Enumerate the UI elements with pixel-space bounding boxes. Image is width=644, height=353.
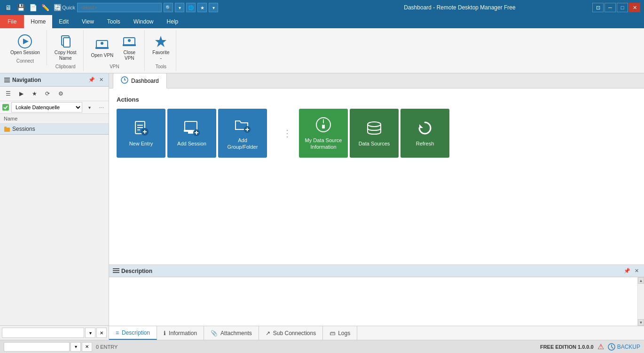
backup-icon — [608, 343, 615, 351]
datasource-dropdown-btn[interactable]: ▾ — [84, 102, 94, 112]
description-title: Description — [113, 268, 152, 274]
bottom-tabs: ≡ Description ℹ Information 📎 Attachment… — [109, 326, 644, 340]
status-backup-btn[interactable]: BACKUP — [608, 343, 640, 351]
datasource-select[interactable]: Lokale Datenquelle — [11, 102, 82, 112]
description-header: Description 📌 ✕ — [109, 265, 644, 277]
sessions-folder-icon — [4, 126, 10, 132]
description-scrollbar: ▲ ▼ — [637, 277, 644, 326]
favorite-label: Favorite- — [152, 50, 169, 61]
edit-icon[interactable]: ✏️ — [40, 3, 50, 12]
new-entry-label: New Entry — [129, 140, 153, 147]
nav-header-controls: 📌 ✕ — [88, 76, 105, 84]
refresh-icon[interactable]: 🔄 — [53, 3, 62, 12]
refresh-icon — [416, 120, 433, 136]
svg-point-6 — [101, 42, 103, 45]
add-session-btn[interactable]: Add Session — [167, 109, 216, 158]
tab-sub-connections[interactable]: ↗ Sub Connections — [259, 326, 323, 340]
nav-star-btn[interactable]: ★ — [28, 88, 40, 99]
title-bar-left-icons: 🖥 💾 📄 ✏️ 🔄 — [4, 3, 62, 12]
tab-home[interactable]: Home — [24, 15, 52, 28]
tab-help[interactable]: Help — [160, 15, 185, 28]
nav-datasource-bar: Lokale Datenquelle ▾ ⋯ — [0, 101, 109, 114]
nav-search-dropdown-btn[interactable]: ▾ — [85, 328, 95, 338]
tab-view[interactable]: View — [75, 15, 101, 28]
nav-search-input[interactable] — [2, 328, 84, 338]
tab-description[interactable]: ≡ Description — [109, 326, 157, 340]
tab-attachments[interactable]: 📎 Attachments — [204, 326, 259, 340]
actions-grid: New Entry Add Session AddGro — [117, 109, 636, 158]
status-edition: FREE EDITION 1.0.0.0 — [540, 344, 594, 350]
desc-pin-icon[interactable]: 📌 — [623, 267, 631, 275]
close-btn[interactable]: ✕ — [629, 3, 640, 12]
attachments-tab-icon: 📎 — [211, 330, 218, 337]
close-vpn-label: CloseVPN — [124, 50, 136, 61]
add-group-btn[interactable]: AddGroup/Folder — [218, 109, 267, 158]
logs-tab-label: Logs — [338, 330, 350, 337]
window-title: Dashboard - Remote Desktop Manager Free — [327, 4, 592, 11]
nav-settings-btn[interactable]: ⚙ — [55, 88, 67, 99]
navigation-panel: Navigation 📌 ✕ ☰ ▶ ★ ⟳ ⚙ Lokale Datenque… — [0, 73, 109, 340]
status-clear-btn[interactable]: ✕ — [82, 342, 92, 352]
pin-icon[interactable]: 📌 — [88, 76, 95, 84]
quick-dropdown-btn[interactable]: ▾ — [175, 3, 184, 12]
svg-rect-14 — [2, 104, 9, 111]
close-vpn-btn[interactable]: CloseVPN — [118, 32, 141, 63]
datasource-more-btn[interactable]: ⋯ — [96, 102, 107, 112]
status-dropdown-btn[interactable]: ▾ — [71, 342, 81, 352]
open-vpn-btn[interactable]: Open VPN — [88, 35, 117, 60]
open-session-icon — [17, 34, 32, 49]
tab-tools[interactable]: Tools — [101, 15, 127, 28]
new-entry-btn[interactable]: New Entry — [117, 109, 165, 158]
nav-search-close-btn[interactable]: ✕ — [96, 328, 107, 338]
sessions-item[interactable]: Sessions — [0, 124, 109, 135]
add-group-icon — [234, 116, 251, 133]
svg-rect-12 — [4, 80, 10, 80]
svg-rect-5 — [95, 47, 109, 49]
favorite-btn[interactable]: Favorite- — [149, 32, 172, 63]
tools-items: Favorite- — [149, 32, 172, 63]
open-session-label: Open Session — [10, 50, 40, 56]
scrollbar-up-btn[interactable]: ▲ — [638, 277, 644, 284]
svg-rect-15 — [4, 128, 10, 132]
minimize-btn[interactable]: ─ — [605, 3, 616, 12]
open-session-btn[interactable]: Open Session — [8, 32, 43, 57]
tab-information[interactable]: ℹ Information — [157, 326, 204, 340]
tab-file[interactable]: File — [0, 15, 24, 28]
clipboard-group-label: Clipboard — [55, 64, 76, 69]
quick-search-btn[interactable]: 🔍 — [164, 3, 173, 12]
data-sources-btn[interactable]: Data Sources — [350, 109, 399, 158]
desc-close-icon[interactable]: ✕ — [633, 267, 640, 275]
status-search-input[interactable] — [4, 342, 70, 352]
refresh-btn[interactable]: Refresh — [401, 109, 449, 158]
tab-edit[interactable]: Edit — [52, 15, 75, 28]
sessions-label: Sessions — [12, 126, 35, 132]
restore-btn[interactable]: ⊡ — [592, 3, 604, 12]
quick-star-btn[interactable]: ★ — [197, 3, 207, 12]
svg-rect-27 — [188, 132, 194, 134]
nav-list-btn[interactable]: ☰ — [2, 88, 14, 99]
status-search-area: ▾ ✕ — [4, 342, 92, 352]
nav-play-btn[interactable]: ▶ — [15, 88, 27, 99]
maximize-btn[interactable]: □ — [617, 3, 628, 12]
dashboard-tab[interactable]: Dashboard — [113, 73, 167, 88]
logs-tab-icon: 🗃 — [330, 330, 335, 337]
ribbon-group-clipboard: Copy HostName Clipboard — [48, 30, 84, 71]
nav-history-btn[interactable]: ⟳ — [41, 88, 54, 99]
quick-globe-btn[interactable]: 🌐 — [186, 3, 196, 12]
tab-window[interactable]: Window — [127, 15, 160, 28]
copy-host-btn[interactable]: Copy HostName — [52, 32, 79, 63]
tools-group-label: Tools — [156, 64, 166, 69]
save-icon[interactable]: 💾 — [16, 3, 25, 12]
tab-logs[interactable]: 🗃 Logs — [323, 326, 357, 340]
svg-marker-1 — [23, 39, 29, 44]
status-alert-icon[interactable]: ⚠ — [597, 342, 604, 351]
my-data-source-btn[interactable]: i My Data SourceInformation — [299, 109, 348, 158]
scrollbar-down-btn[interactable]: ▼ — [638, 319, 644, 326]
quick-input[interactable] — [77, 3, 162, 12]
nav-close-icon[interactable]: ✕ — [97, 76, 105, 84]
description-panel: Description 📌 ✕ ▲ ▼ — [109, 265, 644, 340]
nav-column-header: Name — [0, 114, 109, 124]
new-icon[interactable]: 📄 — [28, 3, 38, 12]
quick-more-btn[interactable]: ▾ — [209, 3, 218, 12]
open-vpn-label: Open VPN — [91, 53, 114, 58]
